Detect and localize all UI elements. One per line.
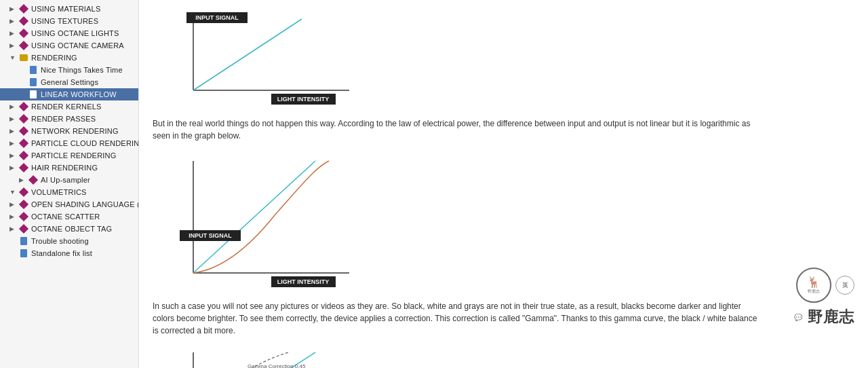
toggle-standalone-fix	[9, 250, 18, 257]
sidebar-item-octane-object-tag[interactable]: ▶ OCTANE OBJECT TAG	[0, 223, 138, 235]
svg-line-9	[193, 161, 315, 273]
toggle-particle-rendering: ▶	[9, 152, 18, 159]
sidebar-item-open-shading[interactable]: ▶ OPEN SHADING LANGUAGE (OSL)	[0, 198, 138, 210]
sidebar-item-linear-workflow[interactable]: LINEAR WORKFLOW	[0, 88, 138, 100]
diamond-icon	[19, 102, 28, 111]
diamond-icon	[19, 200, 28, 209]
text2-content: In such a case you will not see any pict…	[153, 301, 757, 335]
page-icon	[19, 236, 28, 246]
sidebar-item-ai-up-sampler[interactable]: ▶ AI Up-sampler	[0, 174, 138, 186]
text1-content: But in the real world things do not happ…	[153, 119, 750, 141]
toggle-linear-workflow	[19, 91, 27, 98]
sidebar-label-standalone-fix: Standalone fix list	[31, 249, 92, 257]
toggle-cloud-rendering: ▶	[9, 140, 18, 147]
sidebar-item-render-passes[interactable]: ▶ RENDER PASSES	[0, 113, 138, 125]
toggle-octane-camera: ▶	[9, 42, 18, 49]
diamond-icon	[19, 187, 28, 197]
sidebar-label-volumetrics: VOLUMETRICS	[31, 188, 87, 196]
main-content: INPUT SIGNAL LIGHT INTENSITY But in the …	[139, 0, 868, 368]
sidebar-label-linear-workflow: LINEAR WORKFLOW	[41, 90, 117, 98]
toggle-ai-up-sampler: ▶	[19, 177, 27, 183]
sidebar-label-octane-object-tag: OCTANE OBJECT TAG	[31, 225, 112, 233]
page-icon	[28, 77, 38, 87]
diamond-icon	[19, 151, 28, 160]
sidebar-item-trouble-shooting[interactable]: Trouble shooting	[0, 235, 138, 247]
toggle-rendering: ▼	[9, 54, 18, 61]
toggle-octane-lights: ▶	[9, 30, 18, 37]
sidebar: ▶ USING MATERIALS ▶ USING TEXTURES ▶ USI…	[0, 0, 139, 368]
svg-text:Gamma Correction 0.45: Gamma Correction 0.45	[248, 363, 306, 368]
toggle-trouble-shooting	[9, 238, 18, 244]
svg-text:LIGHT INTENSITY: LIGHT INTENSITY	[277, 278, 330, 285]
watermark-logo-text: 野鹿志	[808, 307, 854, 327]
toggle-render-passes: ▶	[9, 115, 18, 122]
chart1-container: INPUT SIGNAL LIGHT INTENSITY	[166, 12, 356, 109]
diamond-icon	[19, 163, 28, 172]
sidebar-label-general-settings: General Settings	[41, 78, 98, 86]
sidebar-item-using-octane-lights[interactable]: ▶ USING OCTANE LIGHTS	[0, 27, 138, 39]
content-text2: In such a case you will not see any pict…	[153, 300, 763, 337]
svg-text:LIGHT INTENSITY: LIGHT INTENSITY	[277, 96, 330, 103]
diamond-icon	[19, 29, 28, 38]
watermark: 🦌 野鹿志 英 💬 野鹿志	[794, 268, 854, 327]
sidebar-item-standalone-fix[interactable]: Standalone fix list	[0, 247, 138, 259]
diamond-icon	[19, 224, 28, 234]
english-badge: 英	[835, 276, 854, 295]
toggle-render-kernels: ▶	[9, 103, 18, 110]
sidebar-item-render-kernels[interactable]: ▶ RENDER KERNELS	[0, 100, 138, 113]
diamond-icon	[19, 114, 28, 124]
sidebar-item-using-materials[interactable]: ▶ USING MATERIALS	[0, 3, 138, 15]
content-text1: But in the real world things do not happ…	[153, 117, 763, 142]
sidebar-label-octane-lights: USING OCTANE LIGHTS	[31, 29, 119, 37]
sidebar-label-render-passes: RENDER PASSES	[31, 115, 96, 123]
sidebar-item-using-octane-camera[interactable]: ▶ USING OCTANE CAMERA	[0, 39, 138, 52]
toggle-using-materials: ▶	[9, 5, 18, 12]
page-icon	[19, 249, 28, 258]
chart1-svg: INPUT SIGNAL LIGHT INTENSITY	[166, 12, 356, 107]
diamond-icon	[28, 175, 38, 185]
diamond-icon	[19, 126, 28, 136]
diamond-icon	[19, 41, 28, 50]
sidebar-label-render-kernels: RENDER KERNELS	[31, 103, 102, 111]
sidebar-item-volumetrics[interactable]: ▼ VOLUMETRICS	[0, 186, 138, 198]
chart3-svg: INPUT SIGNAL Gamma Correction 0.45 Monit…	[166, 349, 363, 368]
sidebar-item-nice-things[interactable]: Nice Things Takes Time	[0, 64, 138, 76]
sidebar-item-hair-rendering[interactable]: ▶ HAIR RENDERING	[0, 162, 138, 174]
toggle-general-settings	[19, 79, 27, 86]
sidebar-label-open-shading: OPEN SHADING LANGUAGE (OSL)	[31, 200, 139, 208]
toggle-using-textures: ▶	[9, 18, 18, 24]
sidebar-label-using-textures: USING TEXTURES	[31, 17, 98, 25]
sidebar-label-octane-camera: USING OCTANE CAMERA	[31, 41, 124, 50]
diamond-icon	[19, 139, 28, 148]
diamond-icon	[19, 4, 28, 14]
sidebar-item-network-rendering[interactable]: ▶ NETWORK RENDERING	[0, 125, 138, 137]
toggle-octane-object-tag: ▶	[9, 225, 18, 232]
sidebar-item-octane-scatter[interactable]: ▶ OCTANE SCATTER	[0, 210, 138, 223]
sidebar-label-particle-rendering: PARTICLE RENDERING	[31, 151, 116, 160]
sidebar-item-general-settings[interactable]: General Settings	[0, 76, 138, 88]
toggle-nice-things	[19, 67, 27, 73]
sidebar-item-using-textures[interactable]: ▶ USING TEXTURES	[0, 15, 138, 27]
sidebar-label-network-rendering: NETWORK RENDERING	[31, 127, 119, 135]
sidebar-label-ai-up-sampler: AI Up-sampler	[41, 176, 90, 184]
sidebar-label-hair-rendering: HAIR RENDERING	[31, 164, 98, 172]
toggle-network-rendering: ▶	[9, 128, 18, 134]
wechat-icon: 💬	[794, 314, 802, 321]
sidebar-item-cloud-rendering[interactable]: ▶ PARTICLE CLOUD RENDERING	[0, 137, 138, 149]
sidebar-label-octane-scatter: OCTANE SCATTER	[31, 213, 100, 221]
sidebar-label-trouble-shooting: Trouble shooting	[31, 237, 89, 245]
toggle-hair-rendering: ▶	[9, 164, 18, 171]
sidebar-label-rendering: RENDERING	[31, 54, 77, 62]
sidebar-label-nice-things: Nice Things Takes Time	[41, 66, 123, 74]
sidebar-item-rendering[interactable]: ▼ RENDERING	[0, 52, 138, 64]
svg-text:INPUT SIGNAL: INPUT SIGNAL	[195, 14, 239, 21]
diamond-icon	[19, 212, 28, 221]
folder-icon	[19, 53, 28, 62]
sidebar-item-particle-rendering[interactable]: ▶ PARTICLE RENDERING	[0, 149, 138, 162]
toggle-volumetrics: ▼	[9, 189, 18, 196]
chart3-container: INPUT SIGNAL Gamma Correction 0.45 Monit…	[166, 349, 363, 368]
chart2-container: INPUT SIGNAL LIGHT INTENSITY	[166, 154, 363, 292]
page-icon	[28, 90, 38, 99]
sidebar-label-cloud-rendering: PARTICLE CLOUD RENDERING	[31, 139, 139, 147]
sidebar-label-using-materials: USING MATERIALS	[31, 5, 100, 13]
